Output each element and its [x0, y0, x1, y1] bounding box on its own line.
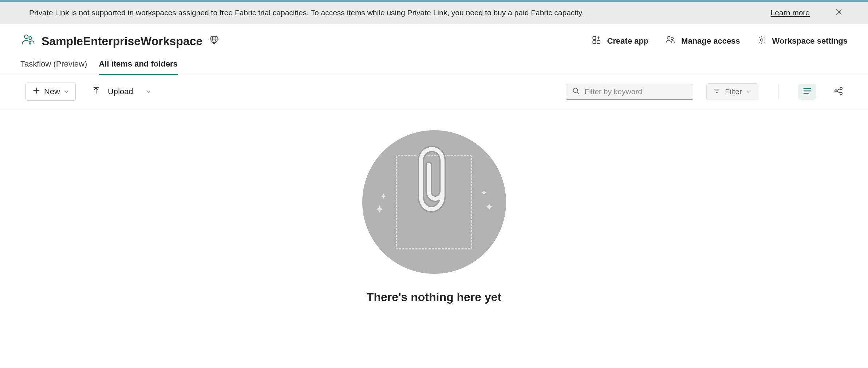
manage-access-button[interactable]: Manage access	[665, 35, 740, 47]
workspace-header: SampleEnterpriseWorkspace Create app	[0, 24, 868, 56]
svg-point-9	[667, 36, 670, 39]
lineage-icon	[834, 86, 843, 97]
upload-icon	[92, 86, 100, 97]
plus-icon	[32, 87, 40, 97]
svg-point-3	[29, 37, 32, 40]
svg-line-17	[577, 92, 580, 94]
svg-point-11	[760, 39, 763, 41]
sparkle-icon: ✦	[380, 192, 387, 201]
svg-point-2	[24, 35, 28, 39]
diamond-icon	[209, 35, 219, 47]
tabs: Taskflow (Preview) All items and folders	[0, 56, 868, 75]
new-button[interactable]: New	[25, 83, 76, 101]
svg-rect-4	[593, 36, 596, 39]
svg-rect-6	[597, 41, 600, 44]
svg-point-26	[840, 92, 842, 95]
filter-button[interactable]: Filter	[706, 83, 758, 100]
sparkle-icon: ✦	[485, 201, 493, 213]
app-icon	[592, 35, 601, 47]
svg-line-27	[837, 89, 840, 91]
toolbar-divider	[778, 84, 778, 99]
svg-point-25	[840, 87, 842, 89]
gear-icon	[757, 35, 766, 47]
people-icon	[665, 35, 675, 47]
workspace-settings-label: Workspace settings	[772, 36, 848, 46]
list-icon	[802, 86, 812, 97]
svg-rect-5	[593, 41, 596, 44]
filter-input[interactable]	[584, 87, 687, 96]
empty-illustration: ✦ ✦ ✦ ✦	[362, 130, 506, 274]
svg-point-24	[835, 90, 837, 92]
create-app-button[interactable]: Create app	[592, 35, 648, 47]
notification-text: Private Link is not supported in workspa…	[29, 8, 753, 17]
upload-button[interactable]: Upload	[89, 83, 154, 101]
svg-point-10	[671, 37, 673, 40]
chevron-down-icon	[746, 87, 751, 96]
workspace-icon	[20, 33, 35, 49]
workspace-title: SampleEnterpriseWorkspace	[42, 35, 202, 48]
chevron-down-icon	[64, 87, 69, 96]
empty-state: ✦ ✦ ✦ ✦ There's nothing here yet	[0, 108, 868, 304]
search-icon	[572, 87, 580, 96]
upload-label: Upload	[108, 87, 133, 96]
list-view-button[interactable]	[798, 84, 816, 100]
learn-more-link[interactable]: Learn more	[771, 8, 810, 17]
close-icon[interactable]	[832, 6, 846, 19]
paperclip-icon	[418, 145, 450, 219]
filter-icon	[713, 87, 721, 96]
manage-access-label: Manage access	[681, 36, 740, 46]
sparkle-icon: ✦	[481, 188, 487, 198]
lineage-view-button[interactable]	[829, 84, 848, 100]
notification-bar: Private Link is not supported in workspa…	[0, 2, 868, 24]
workspace-settings-button[interactable]: Workspace settings	[757, 35, 848, 47]
empty-state-title: There's nothing here yet	[367, 291, 501, 304]
toolbar: New Upload Filter	[0, 75, 868, 108]
filter-input-wrap[interactable]	[566, 84, 693, 100]
create-app-label: Create app	[607, 36, 648, 46]
svg-line-28	[837, 91, 840, 93]
tab-taskflow[interactable]: Taskflow (Preview)	[20, 56, 87, 75]
chevron-down-icon	[146, 87, 151, 96]
filter-button-label: Filter	[725, 87, 742, 96]
sparkle-icon: ✦	[375, 203, 384, 216]
svg-point-16	[573, 88, 578, 92]
new-label: New	[44, 87, 60, 96]
tab-all-items[interactable]: All items and folders	[99, 56, 177, 75]
